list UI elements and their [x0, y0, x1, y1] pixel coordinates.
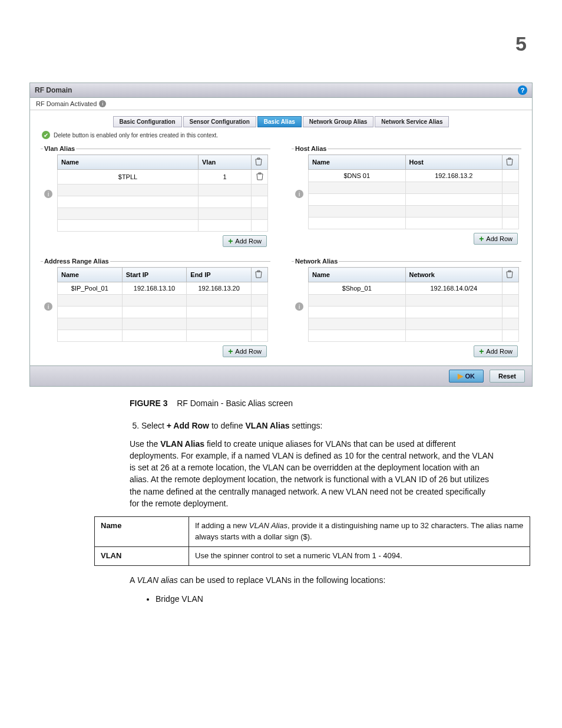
trash-icon	[506, 270, 513, 278]
t: If adding a new	[195, 521, 247, 530]
help-icon[interactable]: ?	[518, 85, 527, 95]
reset-button[interactable]: Reset	[490, 370, 525, 383]
tab-network-service-alias[interactable]: Network Service Alias	[375, 116, 449, 127]
vlan-alias-table: Name Vlan $TPLL 1	[57, 154, 268, 232]
subbar-text: RF Domain Activated	[36, 100, 97, 107]
cell-vlan: 1	[199, 170, 252, 185]
col-name[interactable]: Name	[309, 268, 406, 282]
step-5: Select + Add Row to define VLAN Alias se…	[141, 420, 497, 431]
host-alias-table: Name Host $DNS 01 192.168.13.2	[308, 154, 519, 229]
add-row-label: Add Row	[486, 348, 513, 355]
bullet-list: Bridge VLAN	[147, 593, 497, 605]
t: VLAN Alias	[160, 439, 204, 449]
tab-network-group-alias[interactable]: Network Group Alias	[303, 116, 374, 127]
arrow-icon: ▶	[458, 372, 463, 380]
add-row-label: Add Row	[235, 348, 262, 355]
plus-icon: +	[479, 235, 484, 243]
tab-sensor-configuration[interactable]: Sensor Configuration	[183, 116, 256, 127]
tab-basic-alias[interactable]: Basic Alias	[257, 116, 302, 127]
document-body: FIGURE 3 RF Domain - Basic Alias screen …	[29, 397, 533, 605]
info-icon[interactable]: i	[44, 190, 52, 198]
vlan-alias-section: Vlan Alias i Name Vlan	[41, 145, 270, 247]
table-row	[58, 208, 268, 220]
add-row-button[interactable]: +Add Row	[223, 345, 267, 357]
address-range-alias-section: Address Range Alias i Name Start IP End …	[41, 258, 270, 357]
t: Use the	[130, 439, 158, 449]
col-start-ip[interactable]: Start IP	[122, 268, 187, 282]
t: A	[130, 575, 135, 585]
t: VLAN alias	[137, 575, 177, 585]
t: settings:	[292, 421, 322, 430]
col-name[interactable]: Name	[58, 155, 199, 170]
info-icon[interactable]: i	[99, 100, 106, 107]
host-alias-legend: Host Alias	[294, 145, 328, 152]
col-network[interactable]: Network	[405, 268, 503, 282]
table-row[interactable]: $DNS 01 192.168.13.2	[309, 170, 519, 182]
paragraph: A VLAN alias can be used to replace VLAN…	[130, 574, 497, 586]
address-range-alias-legend: Address Range Alias	[43, 258, 110, 265]
delete-note-row: ✔ Delete button is enabled only for entr…	[30, 130, 532, 143]
add-row-button[interactable]: +Add Row	[474, 233, 518, 245]
col-delete	[503, 268, 519, 282]
table-row	[58, 307, 268, 318]
plus-icon: +	[228, 237, 233, 245]
col-host[interactable]: Host	[405, 155, 503, 170]
delete-note-text: Delete button is enabled only for entrie…	[54, 132, 218, 139]
info-icon[interactable]: i	[44, 302, 52, 311]
table-row[interactable]: $TPLL 1	[58, 170, 268, 185]
app-title: RF Domain	[35, 86, 72, 94]
table-row	[309, 182, 519, 194]
tab-basic-configuration[interactable]: Basic Configuration	[113, 116, 182, 127]
t: VLAN Alias	[249, 521, 287, 530]
vlan-alias-legend: Vlan Alias	[43, 145, 76, 152]
col-name[interactable]: Name	[309, 155, 406, 170]
cell-end-ip: 192.168.13.20	[187, 282, 252, 295]
table-row	[309, 206, 519, 218]
add-row-label: Add Row	[235, 238, 262, 245]
fielddef-label: VLAN	[95, 547, 189, 566]
add-row-button[interactable]: +Add Row	[223, 235, 267, 247]
table-row	[309, 218, 519, 229]
cell-name: $Shop_01	[309, 282, 406, 295]
col-name[interactable]: Name	[58, 268, 123, 282]
table-row[interactable]: $Shop_01 192.168.14.0/24	[309, 282, 519, 295]
figure-label: FIGURE 3	[130, 398, 168, 408]
tabs: Basic Configuration Sensor Configuration…	[30, 110, 532, 130]
app-footer: ▶OK Reset	[30, 365, 532, 386]
cell-name: $DNS 01	[309, 170, 406, 182]
t: Select	[141, 421, 164, 430]
app-titlebar: RF Domain ?	[30, 83, 532, 98]
trash-icon	[255, 157, 262, 166]
figure-caption: FIGURE 3 RF Domain - Basic Alias screen	[130, 397, 497, 409]
ok-button[interactable]: ▶OK	[449, 370, 484, 383]
trash-icon[interactable]	[256, 172, 263, 180]
t: field to create unique aliases for VLANs…	[130, 439, 494, 508]
address-range-alias-table: Name Start IP End IP $IP_Pool_01 192.168…	[57, 267, 268, 342]
table-row	[58, 295, 268, 307]
table-row[interactable]: $IP_Pool_01 192.168.13.10 192.168.13.20	[58, 282, 268, 295]
table-row	[58, 196, 268, 208]
figure-caption-text: RF Domain - Basic Alias screen	[177, 398, 293, 408]
table-row	[309, 330, 519, 342]
cell-name: $TPLL	[58, 170, 199, 185]
fielddef-label: Name	[95, 517, 189, 547]
col-delete	[252, 268, 268, 282]
trash-icon	[255, 270, 262, 278]
table-row	[309, 307, 519, 318]
t: to define	[211, 421, 243, 430]
col-end-ip[interactable]: End IP	[187, 268, 252, 282]
info-icon[interactable]: i	[295, 302, 303, 311]
add-row-label: Add Row	[486, 235, 513, 242]
trash-icon	[506, 157, 513, 166]
col-vlan[interactable]: Vlan	[199, 155, 252, 170]
plus-icon: +	[479, 347, 484, 355]
ok-label: OK	[465, 373, 475, 380]
fielddef-desc: Use the spinner control to set a numeric…	[189, 547, 530, 566]
info-icon[interactable]: i	[295, 190, 303, 198]
table-row	[309, 318, 519, 330]
table-row	[58, 220, 268, 232]
plus-icon: +	[228, 347, 233, 355]
step-list: Select + Add Row to define VLAN Alias se…	[130, 420, 497, 431]
cell-name: $IP_Pool_01	[58, 282, 123, 295]
add-row-button[interactable]: +Add Row	[474, 345, 518, 357]
